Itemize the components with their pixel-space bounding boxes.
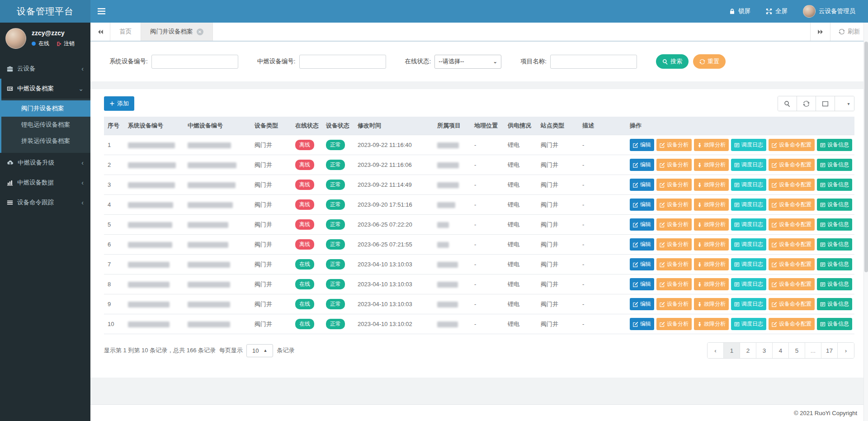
device-command-config-button[interactable]: 设备命令配置 <box>769 179 815 191</box>
page-button-...[interactable]: ... <box>805 343 821 358</box>
sidebar-item-device-archive[interactable]: 中燃设备档案 ⌄ <box>1 79 90 99</box>
device-info-button[interactable]: 设备信息 <box>817 258 852 270</box>
edit-button[interactable]: 编辑 <box>630 238 654 251</box>
tabs-scroll-right-button[interactable] <box>810 23 830 41</box>
device-command-config-button[interactable]: 设备命令配置 <box>769 318 815 330</box>
page-size-select[interactable]: 10 ▲ <box>246 344 273 357</box>
device-info-button[interactable]: 设备信息 <box>817 218 852 231</box>
device-command-config-button[interactable]: 设备命令配置 <box>769 278 815 290</box>
device-info-button[interactable]: 设备信息 <box>817 179 852 191</box>
dispatch-log-button[interactable]: 调度日志 <box>731 298 766 310</box>
system-device-no-input[interactable] <box>151 55 238 69</box>
tab-close-icon[interactable]: ✕ <box>197 28 203 35</box>
device-info-button[interactable]: 设备信息 <box>817 139 852 151</box>
edit-button[interactable]: 编辑 <box>630 318 654 330</box>
project-name-input[interactable] <box>550 55 637 69</box>
device-command-config-button[interactable]: 设备命令配置 <box>769 218 815 231</box>
device-analysis-button[interactable]: 设备分析 <box>656 258 692 270</box>
table-view-button[interactable]: ▾ <box>835 96 854 111</box>
edit-button[interactable]: 编辑 <box>630 258 654 270</box>
dispatch-log-button[interactable]: 调度日志 <box>731 318 766 330</box>
device-analysis-button[interactable]: 设备分析 <box>656 318 692 330</box>
table-refresh-button[interactable] <box>797 96 816 111</box>
fault-analysis-button[interactable]: 故障分析 <box>694 199 729 211</box>
tabs-scroll-left-button[interactable] <box>90 23 110 41</box>
tab-refresh-button[interactable]: 刷新 <box>830 23 868 41</box>
online-status-select[interactable]: --请选择-- ⌄ <box>434 55 501 69</box>
user-menu[interactable]: 云设备管理员 <box>803 5 855 18</box>
device-analysis-button[interactable]: 设备分析 <box>656 179 692 191</box>
edit-button[interactable]: 编辑 <box>630 278 654 290</box>
dispatch-log-button[interactable]: 调度日志 <box>731 218 766 231</box>
fullscreen-button[interactable]: 全屏 <box>766 7 788 15</box>
next-page-button[interactable]: › <box>838 343 854 358</box>
device-analysis-button[interactable]: 设备分析 <box>656 139 692 151</box>
tab-valve-well-archive[interactable]: 阀门井设备档案 ✕ <box>141 23 213 41</box>
device-analysis-button[interactable]: 设备分析 <box>656 199 692 211</box>
page-button-17[interactable]: 17 <box>821 343 838 358</box>
reset-button[interactable]: 重置 <box>693 54 726 69</box>
edit-button[interactable]: 编辑 <box>630 139 654 151</box>
table-search-button[interactable] <box>778 96 797 111</box>
scrollbar-thumb[interactable] <box>864 42 868 272</box>
device-info-button[interactable]: 设备信息 <box>817 238 852 251</box>
tab-home[interactable]: 首页 <box>110 23 141 41</box>
edit-button[interactable]: 编辑 <box>630 199 654 211</box>
device-info-button[interactable]: 设备信息 <box>817 278 852 290</box>
device-info-button[interactable]: 设备信息 <box>817 298 852 310</box>
device-info-button[interactable]: 设备信息 <box>817 159 852 171</box>
fault-analysis-button[interactable]: 故障分析 <box>694 278 729 290</box>
device-command-config-button[interactable]: 设备命令配置 <box>769 199 815 211</box>
page-button-3[interactable]: 3 <box>756 343 773 358</box>
edit-button[interactable]: 编辑 <box>630 218 654 231</box>
fault-analysis-button[interactable]: 故障分析 <box>694 238 729 251</box>
dispatch-log-button[interactable]: 调度日志 <box>731 179 766 191</box>
sidebar-item-cloud-device[interactable]: 云设备 ‹ <box>0 59 90 79</box>
edit-button[interactable]: 编辑 <box>630 159 654 171</box>
edit-button[interactable]: 编辑 <box>630 179 654 191</box>
device-analysis-button[interactable]: 设备分析 <box>656 278 692 290</box>
device-command-config-button[interactable]: 设备命令配置 <box>769 298 815 310</box>
device-command-config-button[interactable]: 设备命令配置 <box>769 159 815 171</box>
edit-button[interactable]: 编辑 <box>630 298 654 310</box>
device-command-config-button[interactable]: 设备命令配置 <box>769 258 815 270</box>
sidebar-item-assembled-remote-archive[interactable]: 拼装远传设备档案 <box>1 133 90 149</box>
fault-analysis-button[interactable]: 故障分析 <box>694 179 729 191</box>
search-button[interactable]: 搜索 <box>656 54 689 69</box>
fault-analysis-button[interactable]: 故障分析 <box>694 298 729 310</box>
lock-screen-button[interactable]: 锁屏 <box>729 7 750 15</box>
dispatch-log-button[interactable]: 调度日志 <box>731 139 766 151</box>
sidebar-item-lithium-remote-archive[interactable]: 锂电远传设备档案 <box>1 117 90 133</box>
page-button-2[interactable]: 2 <box>740 343 756 358</box>
page-button-4[interactable]: 4 <box>773 343 789 358</box>
sidebar-toggle-button[interactable]: svg rect{fill:#fff} <box>90 0 112 23</box>
dispatch-log-button[interactable]: 调度日志 <box>731 199 766 211</box>
fault-analysis-button[interactable]: 故障分析 <box>694 218 729 231</box>
sidebar-item-device-data[interactable]: 中燃设备数据 ‹ <box>0 173 90 193</box>
dispatch-log-button[interactable]: 调度日志 <box>731 159 766 171</box>
device-analysis-button[interactable]: 设备分析 <box>656 159 692 171</box>
table-columns-button[interactable] <box>816 96 835 111</box>
sidebar-item-device-upgrade[interactable]: 中燃设备升级 ‹ <box>0 153 90 173</box>
gas-device-no-input[interactable] <box>299 55 386 69</box>
fault-analysis-button[interactable]: 故障分析 <box>694 318 729 330</box>
device-info-button[interactable]: 设备信息 <box>817 318 852 330</box>
device-info-button[interactable]: 设备信息 <box>817 199 852 211</box>
device-command-config-button[interactable]: 设备命令配置 <box>769 139 815 151</box>
fault-analysis-button[interactable]: 故障分析 <box>694 258 729 270</box>
logout-button[interactable]: 注销 <box>57 40 75 47</box>
dispatch-log-button[interactable]: 调度日志 <box>731 278 766 290</box>
prev-page-button[interactable]: ‹ <box>708 343 724 358</box>
add-button[interactable]: 添加 <box>104 96 134 111</box>
fault-analysis-button[interactable]: 故障分析 <box>694 159 729 171</box>
device-analysis-button[interactable]: 设备分析 <box>656 238 692 251</box>
page-button-5[interactable]: 5 <box>789 343 805 358</box>
device-command-config-button[interactable]: 设备命令配置 <box>769 238 815 251</box>
dispatch-log-button[interactable]: 调度日志 <box>731 238 766 251</box>
page-button-1[interactable]: 1 <box>724 343 740 358</box>
sidebar-item-command-tracking[interactable]: 设备命令跟踪 ‹ <box>0 193 90 213</box>
dispatch-log-button[interactable]: 调度日志 <box>731 258 766 270</box>
sidebar-item-valve-well-archive[interactable]: 阀门井设备档案 <box>1 100 90 117</box>
fault-analysis-button[interactable]: 故障分析 <box>694 139 729 151</box>
device-analysis-button[interactable]: 设备分析 <box>656 218 692 231</box>
